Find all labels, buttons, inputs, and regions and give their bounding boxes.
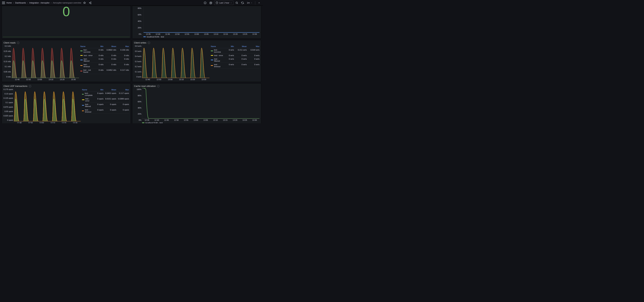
kiosk-toggle-button[interactable] (257, 1, 261, 5)
legend: localhost:9145 - test (142, 121, 260, 123)
info-icon[interactable]: i (157, 85, 160, 87)
legend-row[interactable]: test - error0 rd/s0 rd/s0 rd/s (80, 54, 129, 57)
panel-cache-read-util[interactable]: Cache read utilization i 100%80%60%40%20… (132, 83, 261, 123)
refresh-button[interactable] (240, 1, 245, 5)
help-button[interactable] (203, 1, 208, 5)
legend-swatch (211, 60, 213, 60)
share-button[interactable] (88, 1, 92, 5)
chevron-down-icon (230, 2, 232, 4)
legend-row[interactable]: test - error0 wr/s0 wr/s0 wr/s (211, 54, 260, 57)
legend-header[interactable]: Min (94, 45, 104, 47)
time-range-picker[interactable]: Last 1 hour (214, 1, 234, 5)
svg-point-6 (210, 3, 211, 3)
legend-swatch (82, 94, 84, 95)
info-icon[interactable]: i (148, 42, 150, 44)
legend-table: NameMinMeanMaxtest - success0 rd/s0.0602… (80, 45, 129, 80)
legend-table: NameMinMeanMaxtest - complete0 ops/s0.04… (82, 88, 129, 123)
legend-header[interactable]: Min (94, 89, 104, 91)
legend-swatch (80, 55, 83, 56)
topbar: Home › Dashboards › Integration - Aerosp… (0, 0, 263, 6)
panel-title-text: Cache read utilization (134, 85, 156, 87)
x-axis: 12:4012:5013:0013:1013:2013:30 (142, 78, 210, 80)
panel-title: Client reads i (4, 42, 129, 44)
chart-plot[interactable] (142, 45, 210, 78)
panel-client-reads[interactable]: Client reads i 0.3 rd/s0.25 rd/s0.2 rd/s… (2, 40, 131, 82)
chart-plot[interactable] (12, 45, 79, 78)
breadcrumb-home[interactable]: Home (6, 2, 12, 4)
legend-swatch (142, 122, 144, 123)
legend-header[interactable]: Mean (234, 45, 247, 47)
x-axis: 12:3512:4012:4512:5012:5513:0013:0513:10… (142, 119, 260, 121)
settings-button[interactable] (208, 1, 213, 5)
panel-title: Client writes i (134, 42, 260, 44)
legend-row[interactable]: test - complete0 ops/s0.0452 ops/s0.117 … (82, 92, 129, 97)
refresh-interval-picker[interactable]: 1m (246, 1, 254, 5)
panel-client-udf[interactable]: Client UDF transactions i 0.175 ops/s0.1… (2, 83, 131, 123)
legend-row[interactable]: test - timeout0 ops/s0 ops/s0 ops/s (82, 108, 129, 114)
zoom-out-button[interactable] (234, 1, 239, 5)
legend-header[interactable]: Max (116, 89, 129, 91)
panel-percentage[interactable]: 80%60%40%20%0% 12:3512:4012:4512:5012:55… (132, 6, 261, 39)
legend-table: NameMinMeanMaxtest - success0 wr/s0.211 … (211, 45, 260, 80)
panel-title-text: Client UDF transactions (4, 85, 28, 87)
legend-swatch (80, 65, 82, 66)
chevron-up-icon (258, 2, 260, 4)
big-stat-value: 0 (62, 6, 70, 18)
legend-header[interactable]: Name (211, 45, 224, 47)
y-axis: 0.3 rd/s0.25 rd/s0.2 rd/s0.15 rd/s0.1 rd… (4, 45, 12, 80)
svg-point-0 (90, 2, 91, 2)
x-axis: 12:4012:5013:0013:1013:2013:30 (14, 121, 81, 123)
legend: localhost:9145 - test (144, 35, 260, 38)
chevron-down-icon (251, 2, 252, 4)
legend-swatch (82, 110, 84, 111)
chart-plot[interactable] (14, 88, 81, 121)
y-axis: 80%60%40%20%0% (134, 7, 142, 38)
legend-swatch (80, 51, 82, 51)
legend-row[interactable]: test - timeout0 rd/s0 rd/s0 rd/s (80, 63, 129, 68)
legend-header[interactable]: Min (224, 45, 234, 47)
legend-header[interactable]: Max (247, 45, 260, 47)
legend-swatch (211, 55, 213, 56)
svg-line-9 (237, 3, 238, 4)
legend-row[interactable]: test - filtered0 rd/s0 rd/s0 rd/s (80, 57, 129, 63)
legend-swatch (82, 105, 84, 106)
info-icon[interactable]: i (17, 42, 19, 44)
legend-row[interactable]: test - filtered0 ops/s0 ops/s0 ops/s (82, 103, 129, 108)
legend-header[interactable]: Max (116, 45, 129, 47)
x-axis: 12:4012:5013:0013:1013:2013:30 (12, 78, 79, 80)
legend-swatch (211, 51, 213, 51)
legend-row[interactable]: test - filtered0 wr/s0 wr/s0 wr/s (211, 57, 260, 63)
panel-title: Client UDF transactions i (4, 85, 129, 87)
chart-plot[interactable] (144, 7, 260, 33)
panel-big-stat[interactable]: 0 (2, 6, 131, 39)
panel-client-writes[interactable]: Client writes i 0.6 wr/s0.5 wr/s0.4 wr/s… (132, 40, 261, 82)
legend-swatch (80, 60, 83, 60)
legend-header[interactable]: Name (82, 89, 94, 91)
refresh-interval-label: 1m (247, 2, 250, 4)
svg-point-1 (89, 3, 90, 3)
legend-row[interactable]: test - not found0 rd/s0.0452 rd/s0.117 r… (80, 68, 129, 74)
time-range-label: Last 1 hour (219, 2, 229, 4)
legend-row[interactable]: test - error0 ops/s0.0151 ops/s0.0389 op… (82, 97, 129, 103)
breadcrumb-dashboards[interactable]: Dashboards (15, 2, 26, 4)
legend-swatch (211, 65, 213, 66)
chart-plot[interactable] (142, 88, 260, 119)
menu-toggle-button[interactable] (2, 1, 5, 5)
legend-row[interactable]: test - success0 wr/s0.211 wr/s0.544 wr/s (211, 48, 260, 54)
y-axis: 0.175 ops/s0.15 ops/s0.125 ops/s0.1 ops/… (4, 88, 14, 123)
legend-label: localhost:9145 - test (147, 36, 164, 38)
legend-header[interactable]: Mean (104, 45, 116, 47)
legend-row[interactable]: test - timeout0 wr/s0 wr/s0 wr/s (211, 63, 260, 68)
info-icon[interactable]: i (29, 85, 31, 87)
legend-header[interactable]: Mean (104, 89, 116, 91)
breadcrumb-current: Aerospike namespace overview (53, 2, 81, 4)
legend-swatch (80, 71, 82, 71)
legend-row[interactable]: test - success0 rd/s0.0602 rd/s0.156 rd/… (80, 48, 129, 54)
chevron-right-icon: › (27, 2, 28, 4)
legend-header[interactable]: Name (80, 45, 94, 47)
breadcrumb-folder[interactable]: Integration - Aerospike (29, 2, 50, 4)
legend-label: localhost:9145 - test (146, 122, 163, 123)
chevron-right-icon: › (13, 2, 14, 4)
y-axis: 0.6 wr/s0.5 wr/s0.4 wr/s0.3 wr/s0.2 wr/s… (134, 45, 142, 80)
favorite-button[interactable] (82, 1, 87, 5)
